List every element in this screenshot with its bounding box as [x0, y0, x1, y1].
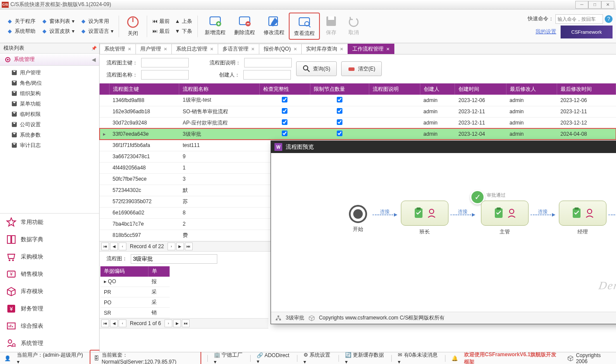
edit-flow-button[interactable]: 修改流程 — [259, 13, 289, 40]
nav-last-button[interactable]: ⏭ — [185, 243, 193, 250]
flow-start-node[interactable]: 开始 — [349, 205, 367, 233]
tab-0[interactable]: 系统管理✕ — [100, 44, 136, 54]
close-button[interactable]: ✕ — [601, 1, 614, 9]
status-item[interactable]: 🏢 宁德工厂 ▾ — [214, 351, 245, 364]
preview-title: 流程图预览 — [286, 143, 314, 151]
nav2-right-button[interactable]: › — [164, 319, 172, 327]
nav-left-button[interactable]: ‹ — [119, 243, 126, 250]
preview-titlebar[interactable]: W 流程图预览 — [271, 141, 616, 153]
toolbar-help[interactable]: ◆系统帮助 — [3, 27, 38, 36]
nav-first[interactable]: ⏮最前 — [150, 17, 172, 26]
status-item[interactable]: 🔗 ADODirect ▾ — [257, 352, 291, 364]
flow-node-3[interactable]: 经理 — [559, 201, 606, 236]
tree-item[interactable]: 审计日志 — [0, 140, 99, 150]
nav2-last-button[interactable]: ⏭ — [182, 319, 190, 327]
tab-3[interactable]: 多语言管理✕ — [218, 44, 259, 54]
tab-close-icon[interactable]: ✕ — [340, 47, 343, 51]
status-item[interactable]: 🔄 更新缓存数据 ▾ — [345, 351, 385, 364]
grid2-row[interactable]: ▸ QO报 — [100, 277, 170, 287]
tree-item[interactable]: 菜单功能 — [0, 99, 99, 109]
tree-item[interactable]: 公司设置 — [0, 119, 99, 130]
grid-row[interactable]: 1346fbd9af881级审批-testadmin2023-12-06admi… — [100, 95, 616, 106]
nav2-prev-button[interactable]: ◀ — [110, 319, 118, 327]
tab-close-icon[interactable]: ✕ — [128, 47, 131, 51]
tab-1[interactable]: 用户管理✕ — [135, 44, 172, 54]
add-flow-button[interactable]: 新增流程 — [200, 13, 230, 40]
pin-icon[interactable]: 📌 — [91, 46, 97, 51]
nav-dict[interactable]: 数据字典 — [0, 231, 99, 248]
quick-cmd-input[interactable] — [555, 14, 603, 24]
close-app-button[interactable]: 关闭 — [122, 13, 144, 39]
toolbar-pin[interactable]: ◆设为常用 — [77, 17, 112, 26]
toolbar-info[interactable]: ◆关于程序 — [3, 17, 38, 26]
tab-close-icon[interactable]: ✕ — [386, 47, 390, 51]
nav-money[interactable]: ¥销售模块 — [0, 265, 99, 283]
toolbar-skin[interactable]: ◆设置皮肤 ▾ — [38, 27, 77, 36]
toolbar-lang[interactable]: ◆设置语言 ▾ — [77, 27, 116, 36]
filter-key-input[interactable] — [141, 58, 189, 67]
detail-flow-input[interactable] — [131, 254, 217, 264]
grid-row[interactable]: ▸33f07eeda643e3级审批admin2023-12-04admin20… — [100, 128, 616, 140]
minimize-button[interactable]: ─ — [575, 1, 588, 9]
save-button[interactable]: 保存 — [320, 13, 342, 40]
nav-prev-button[interactable]: ◀ — [110, 243, 118, 250]
tab-6[interactable]: 工作流程管理✕ — [348, 44, 394, 54]
nav-right-button[interactable]: › — [168, 243, 175, 250]
tab-close-icon[interactable]: ✕ — [293, 47, 297, 51]
status-item[interactable]: ✉ 有0条未读消息 ▾ — [398, 351, 439, 364]
filter-name-input[interactable] — [141, 70, 189, 80]
nav-next[interactable]: ▼下条 — [172, 27, 195, 36]
nav-first-button[interactable]: ⏮ — [101, 243, 109, 250]
watermark: Demo Version — [598, 279, 616, 292]
flow-canvas[interactable]: 开始 连接 班长 连接 ✓ 审批通过 — [271, 153, 616, 312]
tab-5[interactable]: 实时库存查询✕ — [301, 44, 348, 54]
tree-item[interactable]: 系统参数 — [0, 130, 99, 140]
clear-button[interactable]: 清空(E) — [341, 61, 382, 76]
grid2-row[interactable]: PO采 — [100, 297, 170, 308]
nav-report[interactable]: 综合报表 — [0, 317, 99, 335]
grid2-row[interactable]: PR采 — [100, 287, 170, 297]
nav-box[interactable]: 库存模块 — [0, 283, 99, 300]
tab-2[interactable]: 系统日志管理✕ — [171, 44, 218, 54]
del-flow-button[interactable]: 删除流程 — [230, 13, 259, 40]
filter-desc-input[interactable] — [244, 58, 292, 67]
svg-rect-28 — [348, 67, 355, 71]
my-settings-link[interactable]: 我的设置 — [535, 28, 556, 35]
grid-row[interactable]: 162e3d96adb18SO-销售单审批流程admin2023-12-11ad… — [100, 106, 616, 117]
grid-row[interactable]: 30d72c9a9248AP-应付款审批流程admin2023-12-11adm… — [100, 117, 616, 128]
nav2-left-button[interactable]: ‹ — [119, 319, 126, 327]
tree-item[interactable]: 临时权限 — [0, 109, 99, 119]
tab-4[interactable]: 报价单(QO)✕ — [259, 44, 302, 54]
search-button[interactable]: 查询(S) — [296, 61, 337, 76]
nav-last[interactable]: ⏭最后 — [150, 27, 172, 36]
nav-prev[interactable]: ▲上条 — [172, 17, 195, 26]
filter-creator-label: 创建人： — [210, 71, 240, 79]
tab-close-icon[interactable]: ✕ — [164, 47, 167, 51]
flow-node-1[interactable]: 班长 — [401, 201, 448, 236]
tree-item[interactable]: 角色/岗位 — [0, 78, 99, 88]
grid2-row[interactable]: SR销 — [100, 308, 170, 318]
bell-icon[interactable]: 🔔 — [452, 355, 458, 361]
sidebar-header: 模块列表 📌 — [0, 43, 99, 54]
maximize-button[interactable]: □ — [588, 1, 601, 9]
status-item[interactable]: ⚙ 系统设置 ▾ — [303, 351, 332, 364]
tree-item[interactable]: 用户管理 — [0, 67, 99, 78]
nav-admin[interactable]: 系统管理 — [0, 335, 99, 352]
nav-next-button[interactable]: ▶ — [176, 243, 184, 250]
toolbar-windows[interactable]: ◆窗体列表 ▾ — [38, 17, 77, 26]
active-module[interactable]: 系统管理 ◀ — [0, 54, 99, 66]
tab-close-icon[interactable]: ✕ — [251, 47, 255, 51]
cancel-button[interactable]: 取消 — [342, 13, 365, 40]
help-icon[interactable]: ? — [605, 15, 613, 23]
tree-item[interactable]: 组织架构 — [0, 88, 99, 99]
nav2-next-button[interactable]: ▶ — [173, 319, 181, 327]
view-flow-button[interactable]: 查看流程 — [289, 13, 320, 40]
nav2-first-button[interactable]: ⏮ — [101, 319, 109, 327]
filter-creator-input[interactable] — [243, 70, 291, 80]
detail-grid[interactable]: 单据编码单 ▸ QO报PR采PO采SR销 — [100, 266, 170, 319]
nav-cart[interactable]: 采购模块 — [0, 248, 99, 265]
nav-yen[interactable]: ¥财务管理 — [0, 300, 99, 317]
nav-star[interactable]: 常用功能 — [0, 214, 99, 231]
tab-close-icon[interactable]: ✕ — [210, 47, 213, 51]
flow-node-2[interactable]: 主管 — [481, 201, 529, 236]
